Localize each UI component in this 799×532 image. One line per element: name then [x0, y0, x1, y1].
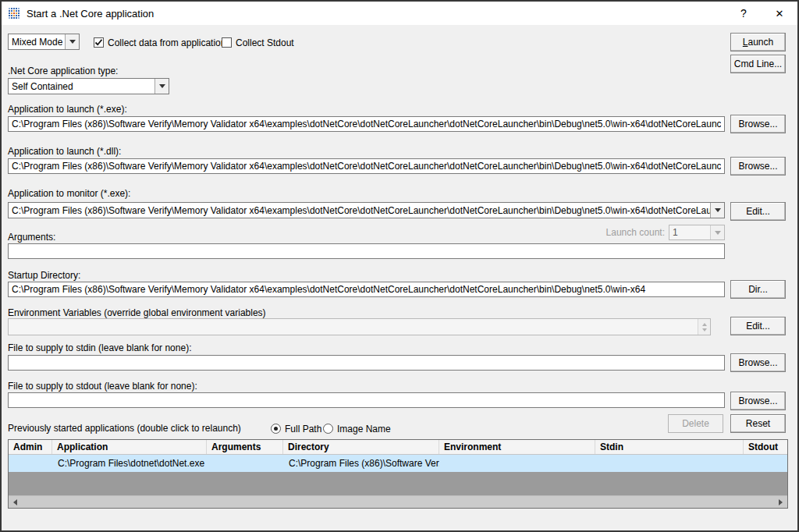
- checkbox-unchecked-icon: [222, 37, 232, 48]
- stdin-label: File to supply to stdin (leave blank for…: [8, 342, 191, 353]
- image-name-radio[interactable]: Image Name: [323, 423, 391, 434]
- startup-dir-button[interactable]: Dir...: [730, 280, 786, 299]
- column-header-environment[interactable]: Environment: [439, 440, 595, 454]
- scroll-right-icon[interactable]: [774, 496, 787, 509]
- launch-count-label: Launch count:: [596, 227, 665, 238]
- stdout-label: File to supply to stdout (leave blank fo…: [8, 381, 197, 392]
- exe-label: Application to launch (*.exe):: [8, 104, 127, 115]
- collect-data-checkbox[interactable]: Collect data from application: [94, 37, 225, 48]
- full-path-radio[interactable]: Full Path: [271, 423, 321, 434]
- scroll-left-icon[interactable]: [9, 496, 22, 509]
- window-title: Start a .Net Core application: [27, 8, 154, 20]
- horizontal-scrollbar[interactable]: [9, 495, 787, 508]
- monitor-edit-button[interactable]: Edit...: [730, 202, 786, 221]
- table-header-row: Admin Application Arguments Directory En…: [9, 440, 788, 455]
- monitor-label: Application to monitor (*.exe):: [8, 188, 130, 199]
- collect-stdout-checkbox[interactable]: Collect Stdout: [222, 37, 294, 48]
- table-row[interactable]: C:\Program Files\dotnet\dotNet.exe C:\Pr…: [9, 455, 788, 472]
- app-type-label: .Net Core application type:: [8, 66, 118, 76]
- arguments-input[interactable]: [8, 243, 725, 259]
- launch-count-value: 1: [669, 227, 710, 238]
- help-button[interactable]: ?: [730, 2, 757, 25]
- dll-label: Application to launch (*.dll):: [8, 146, 121, 157]
- column-header-application[interactable]: Application: [52, 440, 207, 454]
- app-type-combobox[interactable]: Self Contained: [8, 78, 169, 94]
- collect-data-label: Collect data from application: [108, 37, 225, 48]
- app-type-value: Self Contained: [9, 81, 154, 92]
- reset-button[interactable]: Reset: [730, 414, 786, 433]
- arguments-label: Arguments:: [8, 232, 55, 243]
- startup-dir-label: Startup Directory:: [8, 270, 80, 281]
- env-variables-value: [9, 319, 698, 335]
- stdout-input[interactable]: [8, 392, 725, 408]
- delete-button: Delete: [668, 414, 723, 433]
- launch-button[interactable]: Launch: [730, 33, 786, 51]
- radio-unselected-icon: [323, 424, 333, 434]
- cell-application: C:\Program Files\dotnet\dotNet.exe: [52, 458, 207, 469]
- full-path-label: Full Path: [285, 424, 321, 434]
- image-name-label: Image Name: [337, 424, 391, 434]
- startup-dir-input[interactable]: [8, 282, 725, 297]
- dialog-window: Start a .Net Core application ? ✕ Mixed …: [0, 0, 799, 532]
- dll-browse-button[interactable]: Browse...: [730, 157, 786, 176]
- column-header-stdin[interactable]: Stdin: [595, 440, 744, 454]
- chevron-down-icon: [154, 79, 169, 94]
- stdout-browse-button[interactable]: Browse...: [730, 392, 786, 410]
- chevron-down-icon: [710, 225, 724, 239]
- close-button[interactable]: ✕: [766, 2, 793, 25]
- radio-selected-icon: [271, 424, 281, 434]
- exe-path-input[interactable]: [8, 116, 725, 132]
- column-header-admin[interactable]: Admin: [9, 440, 52, 454]
- launch-mode-combobox[interactable]: Mixed Mode: [8, 34, 80, 50]
- monitor-combobox[interactable]: C:\Program Files (x86)\Software Verify\M…: [8, 202, 725, 218]
- column-header-arguments[interactable]: Arguments: [207, 440, 283, 454]
- env-variables-box: [8, 318, 711, 335]
- env-edit-button[interactable]: Edit...: [730, 317, 786, 335]
- cell-directory: C:\Program Files (x86)\Software Ver...: [283, 458, 439, 469]
- collect-stdout-label: Collect Stdout: [236, 37, 294, 48]
- table-empty-area: [9, 472, 787, 495]
- stdin-browse-button[interactable]: Browse...: [730, 353, 786, 372]
- history-label: Previously started applications (double …: [8, 423, 241, 434]
- exe-browse-button[interactable]: Browse...: [730, 115, 786, 133]
- scroll-up-down-icon: [698, 319, 710, 335]
- chevron-down-icon: [65, 34, 79, 49]
- column-header-stdout[interactable]: Stdout: [744, 440, 788, 454]
- launch-count-combobox: 1: [669, 225, 725, 240]
- monitor-value: C:\Program Files (x86)\Software Verify\M…: [9, 205, 710, 216]
- app-icon: [8, 7, 21, 20]
- title-bar: Start a .Net Core application ? ✕: [2, 2, 797, 25]
- chevron-down-icon: [710, 203, 724, 218]
- launch-mode-value: Mixed Mode: [9, 37, 65, 48]
- stdin-input[interactable]: [8, 355, 725, 371]
- checkbox-checked-icon: [94, 37, 104, 48]
- cmd-line-button[interactable]: Cmd Line...: [730, 55, 786, 73]
- history-table: Admin Application Arguments Directory En…: [8, 439, 788, 509]
- column-header-directory[interactable]: Directory: [283, 440, 439, 454]
- env-label: Environment Variables (override global e…: [8, 307, 266, 318]
- dll-path-input[interactable]: [8, 158, 725, 174]
